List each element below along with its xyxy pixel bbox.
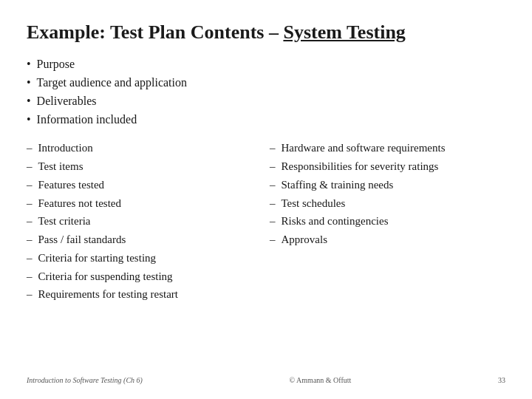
- left-item-3: Features tested: [27, 176, 262, 194]
- right-item-4: Test schedules: [270, 194, 505, 213]
- left-item-6: Pass / fail standards: [27, 231, 262, 249]
- footer-center: © Ammann & Offutt: [290, 376, 352, 384]
- left-item-4: Features not tested: [27, 194, 262, 213]
- left-list: Introduction Test items Features tested …: [27, 139, 262, 370]
- right-list: Hardware and software requirements Respo…: [270, 139, 505, 370]
- footer-right: 33: [498, 376, 505, 384]
- title-highlight: System Testing: [283, 21, 405, 43]
- right-item-6: Approvals: [270, 231, 505, 249]
- left-item-7: Criteria for starting testing: [27, 249, 262, 267]
- left-item-8: Criteria for suspending testing: [27, 267, 262, 286]
- bullet-item-1: Purpose: [27, 55, 505, 74]
- right-item-3: Staffing & training needs: [270, 176, 505, 194]
- right-item-2: Responsibilities for severity ratings: [270, 157, 505, 176]
- left-item-9: Requirements for testing restart: [27, 285, 262, 304]
- bullet-item-2: Target audience and application: [27, 74, 505, 92]
- title-prefix: Example: Test Plan Contents –: [27, 21, 283, 43]
- right-item-5: Risks and contingencies: [270, 212, 505, 231]
- right-item-1: Hardware and software requirements: [270, 139, 505, 157]
- left-item-2: Test items: [27, 157, 262, 176]
- bullet-item-4: Information included: [27, 111, 505, 129]
- slide: Example: Test Plan Contents – System Tes…: [0, 0, 532, 399]
- content-area: Introduction Test items Features tested …: [27, 139, 505, 370]
- left-item-1: Introduction: [27, 139, 262, 157]
- bullet-list: Purpose Target audience and application …: [27, 55, 505, 129]
- footer-left: Introduction to Software Testing (Ch 6): [27, 376, 143, 384]
- footer: Introduction to Software Testing (Ch 6) …: [27, 370, 505, 384]
- left-item-5: Test criteria: [27, 212, 262, 231]
- bullet-item-3: Deliverables: [27, 92, 505, 111]
- slide-title: Example: Test Plan Contents – System Tes…: [27, 21, 505, 44]
